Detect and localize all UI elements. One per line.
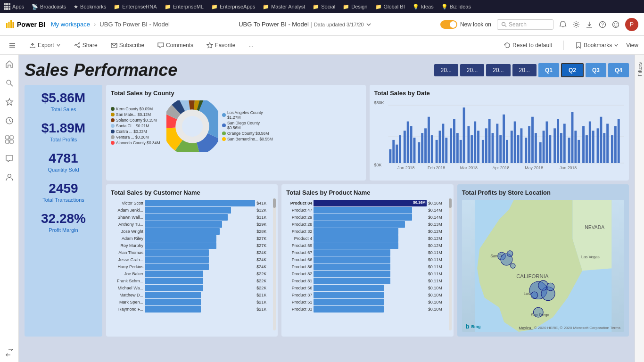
powerbi-logo: Power BI: [6, 20, 45, 29]
year-btn-1[interactable]: 20...: [434, 64, 458, 76]
row-value: $41K: [256, 201, 266, 206]
reset-button[interactable]: Reset to default: [504, 42, 552, 49]
svg-rect-35: [6, 136, 9, 139]
new-look-toggle[interactable]: New look on: [440, 20, 491, 29]
enterprise-dna-link[interactable]: 📁 EnterpriseRNA: [114, 4, 157, 10]
table-row: Jose Wright $28K: [111, 228, 266, 235]
nav-home[interactable]: [4, 58, 15, 70]
table-row: Shawn Wall... $31K: [111, 214, 266, 221]
nav-person[interactable]: [4, 172, 15, 183]
year-btn-4[interactable]: 20...: [512, 64, 537, 76]
row-label: Product 29: [286, 215, 314, 220]
nav-apps[interactable]: [4, 134, 15, 145]
table-row: Raymond F... $21K: [111, 306, 266, 313]
donut-container: Kern County $0.09M San Mate... $0.12M So…: [111, 100, 361, 152]
biz-ideas-link[interactable]: 💡 Biz Ideas: [441, 4, 471, 10]
chevron-export-icon: [56, 43, 61, 48]
svg-rect-103: [549, 135, 551, 163]
row-bar-wrapper: [314, 271, 426, 277]
view-button[interactable]: View: [626, 42, 638, 49]
row-value: $0.10M: [428, 307, 442, 312]
nav-expand[interactable]: [4, 347, 15, 358]
svg-rect-108: [568, 138, 570, 163]
hamburger-menu[interactable]: [6, 40, 19, 51]
q1-button[interactable]: Q1: [538, 63, 559, 77]
profit-margin-label: Profit Margin: [30, 227, 97, 233]
row-bar-wrapper: [314, 214, 426, 221]
search-nav-icon: [5, 79, 14, 87]
scrollbar-thumb[interactable]: [273, 198, 276, 208]
year-buttons: 20... 20... 20... 20...: [434, 64, 537, 76]
favorite-button[interactable]: Favorite: [204, 40, 238, 50]
share-button[interactable]: Share: [71, 40, 100, 50]
svg-rect-73: [442, 123, 444, 163]
left-nav: [0, 55, 19, 362]
row-bar-wrapper: [145, 242, 255, 249]
broadcasts-link[interactable]: 📡 Broadcasts: [32, 4, 66, 10]
row-bar: [314, 299, 383, 305]
svg-point-13: [502, 22, 505, 25]
more-button[interactable]: ...: [246, 40, 256, 50]
row-value: $0.12M: [428, 236, 442, 241]
enterprise-apps-link[interactable]: 📁 EnterpriseApps: [211, 4, 255, 10]
row-bar: [145, 256, 209, 263]
svg-rect-67: [421, 133, 423, 163]
nav-chat[interactable]: [4, 153, 15, 164]
row-bar: [145, 235, 216, 242]
enterprise-ml-link[interactable]: 📁 EnterpriseML: [165, 4, 204, 10]
global-bi-link[interactable]: 📁 Global BI: [375, 4, 405, 10]
svg-rect-92: [510, 131, 512, 163]
workspace-link[interactable]: My workspace: [51, 21, 90, 28]
design-link[interactable]: 📁 Design: [343, 4, 367, 10]
apps-menu[interactable]: Apps: [4, 3, 24, 10]
q2-button[interactable]: Q2: [561, 63, 584, 77]
year-btn-2[interactable]: 20...: [460, 64, 484, 76]
row-bar-wrapper: [314, 235, 426, 242]
total-sales-label: Total Sales: [30, 107, 97, 112]
svg-rect-117: [600, 117, 602, 163]
quantity-sold-value: 4781: [30, 151, 97, 166]
ideas-link[interactable]: 💡 Ideas: [413, 4, 434, 10]
map-attribution: © 2020 HERE, © 2020 Microsoft Corporatio…: [534, 326, 620, 330]
table-row: Product 59 $0.12M: [286, 242, 442, 249]
row-value: $0.10M: [428, 293, 442, 297]
export-button[interactable]: Export: [26, 40, 64, 50]
row-label: Raymond F...: [111, 307, 145, 312]
row-bar-wrapper: [145, 228, 255, 235]
star-icon: [206, 42, 213, 49]
product-scrollbar-thumb[interactable]: [449, 198, 452, 208]
nav-clock[interactable]: [4, 115, 15, 126]
year-btn-3[interactable]: 20...: [486, 64, 510, 76]
bookmarks-link[interactable]: ★ Bookmarks: [74, 4, 106, 10]
row-label: Product 28: [286, 222, 314, 227]
search-box[interactable]: Search: [497, 19, 553, 30]
help-icon[interactable]: ?: [599, 21, 606, 28]
filters-tab[interactable]: Filters: [635, 58, 644, 80]
row-bar-wrapper: [145, 271, 255, 277]
bookmarks-toolbar-button[interactable]: Bookmarks: [575, 42, 619, 49]
subscribe-icon: [111, 42, 117, 49]
nav-search[interactable]: [4, 77, 15, 89]
row-label: Harry Perkins: [111, 264, 145, 269]
notification-icon[interactable]: [559, 21, 567, 28]
row-value: $0.14M: [428, 208, 442, 213]
svg-rect-80: [467, 126, 470, 163]
chevron-down-icon[interactable]: [366, 22, 372, 27]
row-value: $29K: [256, 222, 266, 227]
emoji-icon[interactable]: [612, 21, 619, 28]
download-icon[interactable]: [586, 21, 593, 28]
hamburger-icon: [8, 41, 16, 49]
comments-button[interactable]: Comments: [155, 40, 196, 50]
nav-star[interactable]: [4, 96, 15, 107]
toggle-switch[interactable]: [440, 20, 457, 29]
row-bar: [314, 292, 383, 298]
subscribe-button[interactable]: Subscribe: [108, 40, 147, 50]
settings-icon[interactable]: [572, 21, 580, 28]
q4-button[interactable]: Q4: [608, 63, 629, 77]
avatar[interactable]: P: [625, 18, 638, 31]
q3-button[interactable]: Q3: [586, 63, 606, 77]
svg-rect-78: [459, 140, 462, 163]
social-link[interactable]: 📁 Social: [313, 4, 335, 10]
master-analyst-link[interactable]: 📁 Master Analyst: [263, 4, 305, 10]
svg-rect-91: [506, 140, 508, 163]
